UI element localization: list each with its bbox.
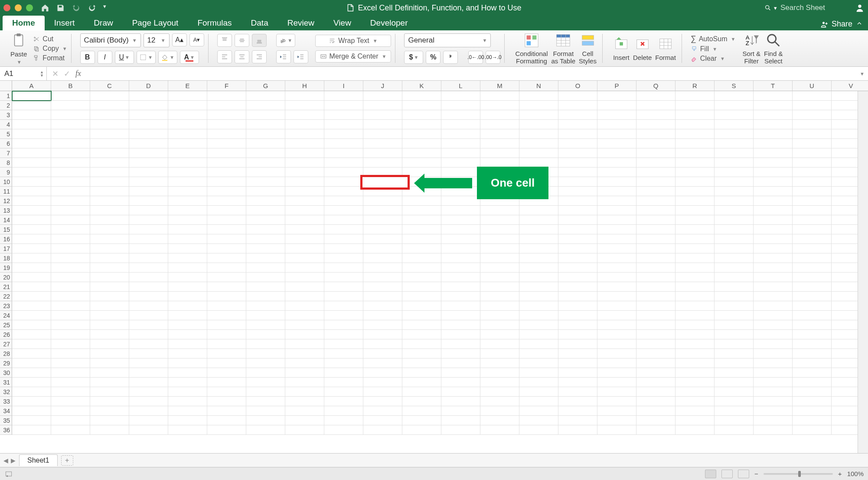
cell-S9[interactable] <box>715 168 754 177</box>
row-header-19[interactable]: 19 <box>0 263 12 273</box>
cell-M1[interactable] <box>480 91 519 101</box>
view-page-layout-button[interactable] <box>721 470 733 478</box>
cell-R5[interactable] <box>675 129 715 139</box>
cell-R4[interactable] <box>675 120 715 129</box>
cell-E19[interactable] <box>168 263 207 273</box>
cell-F28[interactable] <box>207 349 246 358</box>
cell-M29[interactable] <box>480 358 519 368</box>
cell-R29[interactable] <box>675 358 715 368</box>
cell-R9[interactable] <box>675 168 715 177</box>
cell-K8[interactable] <box>402 158 441 168</box>
cell-J16[interactable] <box>363 234 402 244</box>
cell-R7[interactable] <box>675 148 715 158</box>
cell-C2[interactable] <box>90 101 129 110</box>
cell-P11[interactable] <box>597 187 636 196</box>
cell-O10[interactable] <box>558 177 597 187</box>
zoom-value[interactable]: 100% <box>847 470 864 477</box>
increase-font-button[interactable]: A▴ <box>172 33 187 46</box>
cell-T26[interactable] <box>754 330 793 339</box>
cell-A14[interactable] <box>12 215 51 225</box>
cell-Q2[interactable] <box>636 101 675 110</box>
add-sheet-button[interactable]: + <box>61 455 73 466</box>
cell-T34[interactable] <box>754 406 793 416</box>
row-header-16[interactable]: 16 <box>0 234 12 244</box>
tab-review[interactable]: Review <box>278 16 324 30</box>
cell-F14[interactable] <box>207 215 246 225</box>
cell-M21[interactable] <box>480 282 519 292</box>
cell-F32[interactable] <box>207 387 246 397</box>
view-normal-button[interactable] <box>705 470 716 478</box>
row-header-17[interactable]: 17 <box>0 244 12 253</box>
cell-U24[interactable] <box>793 311 832 320</box>
cell-N2[interactable] <box>519 101 558 110</box>
cell-R1[interactable] <box>675 91 715 101</box>
cell-M36[interactable] <box>480 425 519 435</box>
column-header-P[interactable]: P <box>597 81 636 91</box>
cell-H8[interactable] <box>285 158 324 168</box>
cell-T9[interactable] <box>754 168 793 177</box>
cell-L7[interactable] <box>441 148 480 158</box>
cell-E30[interactable] <box>168 368 207 378</box>
cell-O34[interactable] <box>558 406 597 416</box>
cell-I17[interactable] <box>324 244 363 253</box>
cell-O12[interactable] <box>558 196 597 206</box>
cell-K31[interactable] <box>402 378 441 387</box>
paste-button[interactable]: Paste ▼ <box>9 31 29 66</box>
cell-C10[interactable] <box>90 177 129 187</box>
cell-S8[interactable] <box>715 158 754 168</box>
cell-K29[interactable] <box>402 358 441 368</box>
cell-D2[interactable] <box>129 101 168 110</box>
cell-I1[interactable] <box>324 91 363 101</box>
cell-K23[interactable] <box>402 301 441 311</box>
cell-C31[interactable] <box>90 378 129 387</box>
cell-C12[interactable] <box>90 196 129 206</box>
row-header-13[interactable]: 13 <box>0 206 12 215</box>
cell-O29[interactable] <box>558 358 597 368</box>
row-header-15[interactable]: 15 <box>0 225 12 234</box>
view-page-break-button[interactable] <box>738 470 749 478</box>
cell-U27[interactable] <box>793 339 832 349</box>
cell-U15[interactable] <box>793 225 832 234</box>
cell-I31[interactable] <box>324 378 363 387</box>
cell-Q14[interactable] <box>636 215 675 225</box>
cell-T30[interactable] <box>754 368 793 378</box>
cell-C29[interactable] <box>90 358 129 368</box>
cell-G24[interactable] <box>246 311 285 320</box>
cell-D28[interactable] <box>129 349 168 358</box>
cell-F10[interactable] <box>207 177 246 187</box>
border-button[interactable]: ▼ <box>137 51 156 64</box>
column-header-A[interactable]: A <box>12 81 51 91</box>
cell-E23[interactable] <box>168 301 207 311</box>
column-header-Q[interactable]: Q <box>636 81 675 91</box>
column-header-S[interactable]: S <box>715 81 754 91</box>
cell-R16[interactable] <box>675 234 715 244</box>
fill-color-button[interactable]: ▼ <box>158 51 177 64</box>
cell-P32[interactable] <box>597 387 636 397</box>
cell-G27[interactable] <box>246 339 285 349</box>
cell-B3[interactable] <box>51 110 90 120</box>
cell-D18[interactable] <box>129 253 168 263</box>
row-header-10[interactable]: 10 <box>0 177 12 187</box>
cell-B4[interactable] <box>51 120 90 129</box>
cell-P21[interactable] <box>597 282 636 292</box>
cell-K17[interactable] <box>402 244 441 253</box>
align-left-button[interactable] <box>217 50 232 63</box>
cell-H4[interactable] <box>285 120 324 129</box>
cell-B17[interactable] <box>51 244 90 253</box>
cell-L17[interactable] <box>441 244 480 253</box>
row-header-21[interactable]: 21 <box>0 282 12 292</box>
cell-A8[interactable] <box>12 158 51 168</box>
row-header-22[interactable]: 22 <box>0 292 12 301</box>
cell-M14[interactable] <box>480 215 519 225</box>
cell-T3[interactable] <box>754 110 793 120</box>
cell-O16[interactable] <box>558 234 597 244</box>
cell-F5[interactable] <box>207 129 246 139</box>
cell-L1[interactable] <box>441 91 480 101</box>
cell-M25[interactable] <box>480 320 519 330</box>
cell-B32[interactable] <box>51 387 90 397</box>
cell-P35[interactable] <box>597 416 636 425</box>
cell-L35[interactable] <box>441 416 480 425</box>
cell-U8[interactable] <box>793 158 832 168</box>
cell-L29[interactable] <box>441 358 480 368</box>
cell-P2[interactable] <box>597 101 636 110</box>
